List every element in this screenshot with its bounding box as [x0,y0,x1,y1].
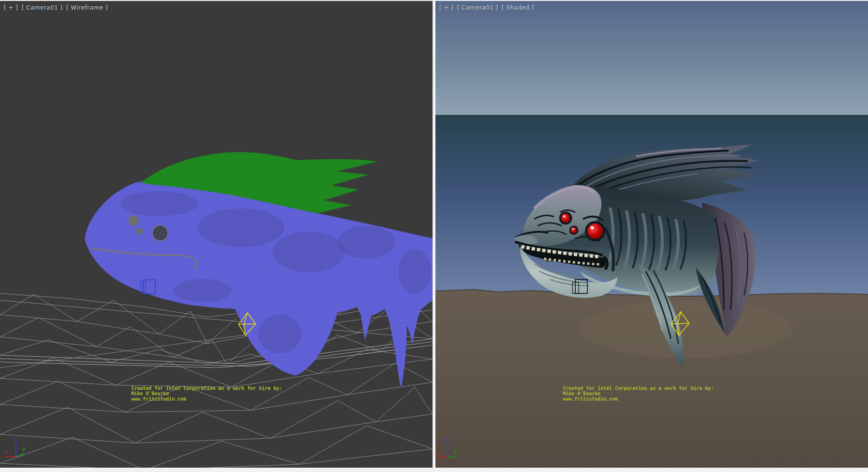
axis-y-label: y [454,449,457,456]
watermark-left: Created for Intel Corporation as a work … [131,386,290,402]
eye-specular-mid [563,215,565,217]
fish-eye-red-large [587,223,603,239]
watermark-line3: www.fritzstudio.com [131,396,290,402]
viewport-menu-shading[interactable]: [ Wireframe ] [67,4,108,11]
viewport-left-wireframe[interactable]: [ + ] [ Camera01 ] [ Wireframe ] Created… [0,1,433,468]
viewport-label-right: [ + ] [ Camera01 ] [ Shaded ] [439,4,536,11]
eye-specular-large [591,226,594,229]
fish-eye-red-mid [561,214,570,223]
axis-x-label: x [435,450,438,456]
world-axis-tripod-left: z x y [3,435,32,468]
watermark-line3: www.fritzstudio.com [563,396,722,402]
watermark-right: Created for Intel Corporation as a work … [563,386,722,402]
axis-z-label: z [14,436,17,442]
viewport-menu-plus[interactable]: [ + ] [4,4,18,11]
axis-y-label: y [22,446,26,452]
fish-eye-circle-mid [128,215,139,226]
axis-x-label: x [4,449,8,456]
watermark-line1: Created for Intel Corporation as a work … [563,386,722,391]
watermark-line2: Mike O'Rourke [131,391,290,396]
fish-eye-red-small [571,227,577,233]
viewport-label-left: [ + ] [ Camera01 ] [ Wireframe ] [4,4,109,11]
eye-specular-small [572,228,573,229]
sky-gradient [435,1,868,115]
viewport-menu-plus[interactable]: [ + ] [439,4,454,11]
fish-eye-circle-small [136,228,143,235]
viewport-menu-pov[interactable]: [ Camera01 ] [457,4,498,11]
sand-light-patch [580,300,792,358]
watermark-line1: Created for Intel Corporation as a work … [131,386,290,391]
world-axis-tripod-right: z x y [435,436,463,468]
watermark-line2: Mike O'Rourke [563,391,722,396]
axis-z-label: z [446,436,449,443]
viewport-right-shaded[interactable]: [ + ] [ Camera01 ] [ Shaded ] Created fo… [435,1,868,468]
viewport-area: [ + ] [ Camera01 ] [ Wireframe ] Created… [0,0,868,472]
viewport-menu-shading[interactable]: [ Shaded ] [502,4,534,11]
viewport-menu-pov[interactable]: [ Camera01 ] [22,4,63,11]
